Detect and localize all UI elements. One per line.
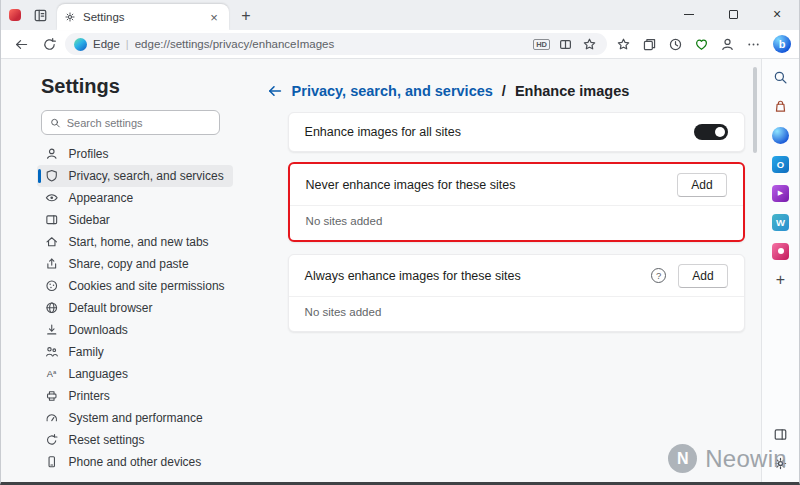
minimize-icon <box>684 14 694 15</box>
tab-strip: Settings × + × <box>1 0 799 30</box>
bing-discover-icon[interactable]: b <box>773 35 791 53</box>
always-enhance-add-button[interactable]: Add <box>678 264 727 288</box>
sidebar-item-label: Downloads <box>69 323 128 337</box>
minimize-button[interactable] <box>667 0 711 28</box>
sidebar-item-privacy-search-and-services[interactable]: Privacy, search, and services <box>37 165 233 187</box>
breadcrumb-parent-link[interactable]: Privacy, search, and services <box>292 83 493 99</box>
panel-icon[interactable] <box>770 423 792 445</box>
enhance-all-sites-toggle[interactable] <box>694 124 728 140</box>
sidebar-item-reset-settings[interactable]: Reset settings <box>37 429 233 451</box>
address-url: edge://settings/privacy/enhanceImages <box>135 38 527 50</box>
sidebar-item-label: Family <box>69 345 104 359</box>
always-enhance-card: Always enhance images for these sites ? … <box>288 254 745 332</box>
never-enhance-card: Never enhance images for these sites Add… <box>288 162 745 242</box>
more-menu-button[interactable] <box>741 32 765 56</box>
split-screen-icon[interactable] <box>556 35 574 53</box>
sidebar-item-label: Appearance <box>69 191 134 205</box>
sidebar-item-printers[interactable]: Printers <box>37 385 233 407</box>
tab-title: Settings <box>83 11 199 23</box>
neowin-watermark-text: Neowin <box>705 445 787 473</box>
always-enhance-label: Always enhance images for these sites <box>305 269 521 283</box>
sidebar-search-icon[interactable] <box>770 66 792 88</box>
sidebar-item-profiles[interactable]: Profiles <box>37 143 233 165</box>
svg-text:a: a <box>53 369 57 375</box>
address-site-label: Edge <box>93 38 120 50</box>
tab-actions-icon[interactable] <box>31 6 49 24</box>
never-enhance-label: Never enhance images for these sites <box>306 178 516 192</box>
profile-icon <box>720 37 735 52</box>
settings-sidebar: Settings ProfilesPrivacy, search, and se… <box>1 59 241 482</box>
search-icon <box>50 117 61 129</box>
maximize-button[interactable] <box>711 0 755 28</box>
performance-icon <box>45 411 59 425</box>
workspaces-icon[interactable] <box>9 9 21 21</box>
sidebar-item-label: Privacy, search, and services <box>69 169 224 183</box>
sidebar-item-label: Profiles <box>69 147 109 161</box>
sidebar-item-label: Printers <box>69 389 110 403</box>
always-enhance-empty-text: No sites added <box>289 296 744 331</box>
sidebar-item-label: Reset settings <box>69 433 145 447</box>
sidebar-item-downloads[interactable]: Downloads <box>37 319 233 341</box>
refresh-button[interactable] <box>37 32 61 56</box>
printer-icon <box>45 389 59 403</box>
cookie-icon <box>45 279 59 293</box>
sidebar-item-share-copy-and-paste[interactable]: Share, copy and paste <box>37 253 233 275</box>
sidebar-item-label: Sidebar <box>69 213 110 227</box>
help-icon[interactable]: ? <box>651 268 666 283</box>
scrollbar-thumb[interactable] <box>753 67 757 153</box>
navigation-bar: Edge | edge://settings/privacy/enhanceIm… <box>1 30 799 59</box>
settings-content: Privacy, search, and services / Enhance … <box>241 59 761 482</box>
favorite-star-icon[interactable] <box>580 35 598 53</box>
sidebar-item-languages[interactable]: AaLanguages <box>37 363 233 385</box>
refresh-icon <box>42 37 57 52</box>
tab-layout-icon <box>33 8 48 23</box>
active-tab[interactable]: Settings × <box>57 4 229 30</box>
back-icon <box>14 37 29 52</box>
back-button[interactable] <box>9 32 33 56</box>
sidebar-item-cookies-and-site-permissions[interactable]: Cookies and site permissions <box>37 275 233 297</box>
copilot-icon[interactable] <box>770 124 792 146</box>
browser-essentials-button[interactable] <box>689 32 713 56</box>
settings-search-input[interactable] <box>67 117 211 129</box>
never-enhance-add-button[interactable]: Add <box>677 173 726 197</box>
shopping-icon[interactable] <box>770 95 792 117</box>
settings-page: Settings ProfilesPrivacy, search, and se… <box>1 59 799 482</box>
collections-button[interactable] <box>637 32 661 56</box>
outlook-icon[interactable]: O <box>770 153 792 175</box>
share-icon <box>45 257 59 271</box>
language-icon: Aa <box>45 367 59 381</box>
word-icon[interactable]: W <box>770 211 792 233</box>
games-icon[interactable] <box>770 240 792 262</box>
profile-button[interactable] <box>715 32 739 56</box>
settings-search[interactable] <box>41 110 220 135</box>
sidebar-item-family[interactable]: Family <box>37 341 233 363</box>
sidebar-item-start-home-and-new-tabs[interactable]: Start, home, and new tabs <box>37 231 233 253</box>
sidebar-layout-icon <box>45 213 59 227</box>
address-bar[interactable]: Edge | edge://settings/privacy/enhanceIm… <box>65 33 607 55</box>
history-button[interactable] <box>663 32 687 56</box>
favorites-button[interactable] <box>611 32 635 56</box>
add-sidebar-item-icon[interactable]: + <box>770 269 792 291</box>
edge-logo-icon <box>74 38 87 51</box>
breadcrumb-back-button[interactable] <box>267 83 283 99</box>
sidebar-item-appearance[interactable]: Appearance <box>37 187 233 209</box>
drop-icon[interactable]: ▶ <box>770 182 792 204</box>
sidebar-item-sidebar[interactable]: Sidebar <box>37 209 233 231</box>
page-title: Enhance images <box>515 83 629 99</box>
tab-close-icon[interactable]: × <box>206 9 222 25</box>
family-icon <box>45 345 59 359</box>
collections-icon <box>642 37 657 52</box>
new-tab-button[interactable]: + <box>233 4 259 28</box>
edge-sidebar-apps: O▶W+ <box>770 66 792 291</box>
sidebar-item-phone-and-other-devices[interactable]: Phone and other devices <box>37 451 233 473</box>
sidebar-item-system-and-performance[interactable]: System and performance <box>37 407 233 429</box>
more-menu-icon <box>746 37 761 52</box>
sidebar-item-label: Cookies and site permissions <box>69 279 225 293</box>
sidebar-item-default-browser[interactable]: Default browser <box>37 297 233 319</box>
hd-indicator[interactable]: HD <box>533 39 550 50</box>
search-icon <box>773 70 788 85</box>
history-icon <box>668 37 683 52</box>
home-icon <box>45 235 59 249</box>
close-button[interactable]: × <box>755 0 799 28</box>
person-icon <box>45 147 59 161</box>
